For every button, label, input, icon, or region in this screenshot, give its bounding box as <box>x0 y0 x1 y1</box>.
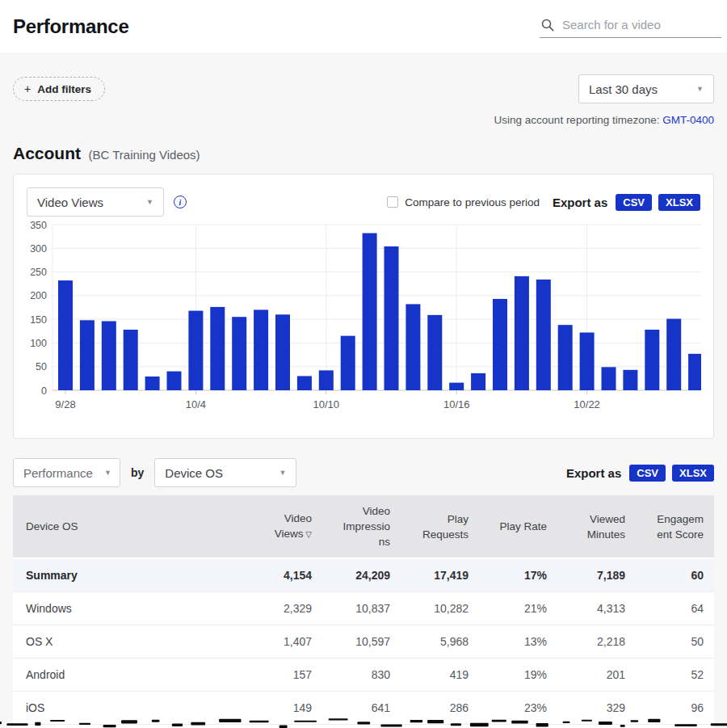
column-header[interactable]: Play Requests <box>401 495 479 558</box>
timezone-link[interactable]: GMT-0400 <box>662 114 714 126</box>
chart-bar[interactable] <box>493 299 507 390</box>
data-table-wrap: Device OSVideo Views ▽Video ImpressionsP… <box>13 495 714 728</box>
row-label: Windows <box>13 591 244 625</box>
compare-toggle[interactable]: Compare to previous period <box>387 196 540 208</box>
chart-bar[interactable] <box>602 367 616 390</box>
cell-value: 2,329 <box>244 591 322 625</box>
chart-bar[interactable] <box>80 320 95 390</box>
account-heading: Account (BC Training Videos) <box>13 144 714 163</box>
cell-value: 830 <box>322 658 401 691</box>
export-xlsx-button[interactable]: XLSX <box>658 194 700 211</box>
chart-bar[interactable] <box>58 280 73 390</box>
compare-label: Compare to previous period <box>405 196 540 208</box>
chart-bar[interactable] <box>558 325 573 390</box>
export-csv-button[interactable]: CSV <box>629 465 666 482</box>
cell-value: 13% <box>479 625 557 658</box>
chart-bar[interactable] <box>666 319 681 390</box>
row-label: Android <box>13 658 244 691</box>
cell-value: 21% <box>479 591 557 625</box>
info-icon[interactable]: i <box>174 196 187 208</box>
column-header[interactable]: Engagement Score <box>636 495 714 558</box>
column-header[interactable]: Play Rate <box>479 495 557 558</box>
chevron-down-icon: ▼ <box>146 198 153 206</box>
y-axis-tick-label: 100 <box>30 338 47 349</box>
column-header[interactable]: Video Views ▽ <box>244 495 322 558</box>
chart-bar[interactable] <box>319 370 334 390</box>
chart-bar[interactable] <box>645 330 659 390</box>
cell-value: 24,209 <box>322 558 401 591</box>
add-filters-button[interactable]: + Add filters <box>13 77 105 101</box>
table-row: Linux1031,01645410%12541 <box>13 724 714 728</box>
chart-bar[interactable] <box>124 330 138 390</box>
chart-bar[interactable] <box>471 373 485 390</box>
timezone-line: Using account reporting timezone: GMT-04… <box>13 114 714 126</box>
date-range-select[interactable]: Last 30 days ▼ <box>578 74 714 103</box>
search-input[interactable] <box>562 18 720 32</box>
cell-value: 157 <box>244 658 322 691</box>
dimension-secondary-select[interactable]: Device OS ▼ <box>154 458 296 487</box>
cell-value: 52 <box>636 658 714 691</box>
y-axis-tick-label: 50 <box>36 361 47 372</box>
export-csv-button[interactable]: CSV <box>616 194 652 211</box>
chart-bar[interactable] <box>536 280 551 390</box>
summary-row: Summary4,15424,20917,41917%7,18960 <box>13 558 714 591</box>
chart-bar[interactable] <box>102 321 116 390</box>
chart-bar[interactable] <box>210 307 225 390</box>
chart-bar[interactable] <box>297 376 312 390</box>
compare-checkbox[interactable] <box>387 196 398 208</box>
chart-bar[interactable] <box>254 309 268 390</box>
cell-value: 19% <box>479 658 557 691</box>
cell-value: 454 <box>401 724 479 728</box>
chart-bar[interactable] <box>232 317 246 390</box>
chart-bar[interactable] <box>341 336 355 390</box>
column-header[interactable]: Video Impressions <box>322 495 401 558</box>
column-header[interactable]: Viewed Minutes <box>557 495 636 558</box>
x-axis-tick-label: 10/10 <box>313 398 340 410</box>
chevron-down-icon: ▼ <box>104 469 111 477</box>
chart-bar[interactable] <box>623 370 637 390</box>
chart-bar[interactable] <box>406 304 420 390</box>
cell-value: 23% <box>479 691 557 724</box>
chart-export-group: Export as CSV XLSX <box>553 194 700 211</box>
x-axis-tick-label: 10/4 <box>186 398 206 410</box>
chart-bar[interactable] <box>188 311 203 390</box>
date-range-value: Last 30 days <box>589 82 658 96</box>
top-header: Performance <box>0 0 727 53</box>
add-filters-label: Add filters <box>37 83 91 95</box>
chart-bar[interactable] <box>427 315 442 390</box>
table-header-row: Device OSVideo Views ▽Video ImpressionsP… <box>13 495 714 558</box>
export-as-label: Export as <box>566 466 621 480</box>
x-axis-tick-label: 10/22 <box>574 398 600 410</box>
cell-value: 60 <box>636 558 714 591</box>
cell-value: 641 <box>322 691 401 724</box>
table-export-group: Export as CSV XLSX <box>566 465 714 482</box>
chart-bar[interactable] <box>688 354 701 390</box>
cell-value: 10% <box>479 724 557 728</box>
bar-chart-svg: 0501001502002503003509/2810/410/1010/161… <box>27 220 701 413</box>
chart-bar[interactable] <box>515 276 529 390</box>
bar-chart: 0501001502002503003509/2810/410/1010/161… <box>27 220 700 416</box>
y-axis-tick-label: 150 <box>30 314 47 326</box>
chart-bar[interactable] <box>167 372 182 390</box>
chart-bar[interactable] <box>145 377 160 390</box>
account-subtitle: (BC Training Videos) <box>88 148 200 162</box>
cell-value: 103 <box>244 724 322 728</box>
table-controls: Performance ▼ by Device OS ▼ Export as C… <box>13 458 714 487</box>
cell-value: 50 <box>636 625 714 658</box>
sort-descending-icon: ▽ <box>304 530 312 539</box>
chart-bar[interactable] <box>275 314 290 390</box>
column-header[interactable]: Device OS <box>13 495 244 558</box>
cell-value: 64 <box>636 591 714 625</box>
chart-bar[interactable] <box>449 383 464 390</box>
timezone-prefix: Using account reporting timezone: <box>494 114 660 126</box>
chart-bar[interactable] <box>385 246 399 390</box>
cell-value: 201 <box>557 658 636 691</box>
cell-value: 10,282 <box>401 591 479 625</box>
dimension-primary-select[interactable]: Performance ▼ <box>13 458 120 487</box>
plus-icon: + <box>24 82 31 95</box>
metric-select[interactable]: Video Views ▼ <box>27 187 164 217</box>
chart-bar[interactable] <box>363 234 377 390</box>
export-xlsx-button[interactable]: XLSX <box>672 465 714 482</box>
by-label: by <box>131 466 144 479</box>
chart-bar[interactable] <box>580 333 595 390</box>
